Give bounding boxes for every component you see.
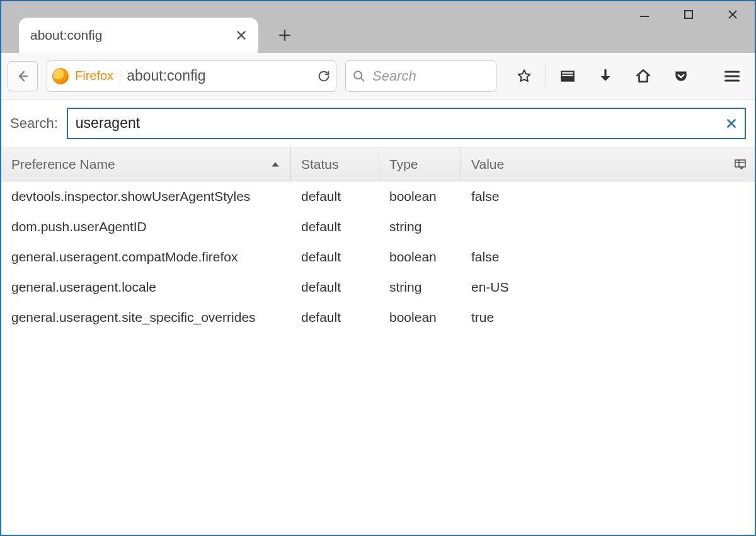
cell-type: boolean [379, 189, 461, 204]
titlebar: about:config [1, 1, 755, 53]
config-search-input[interactable] [76, 115, 726, 132]
window-frame: about:config [0, 0, 756, 536]
sort-asc-icon [270, 161, 280, 168]
maximize-icon [683, 9, 694, 20]
cell-type: boolean [379, 249, 461, 265]
close-window-button[interactable] [711, 1, 755, 28]
plus-icon [278, 28, 292, 42]
cell-status: default [291, 310, 379, 325]
cell-status: default [291, 189, 379, 204]
cell-name: general.useragent.compatMode.firefox [1, 249, 291, 265]
cell-value: false [461, 249, 755, 265]
home-button[interactable] [627, 60, 660, 93]
cell-status: default [291, 280, 379, 295]
sidebar-icon [559, 68, 576, 84]
toolbar-separator [546, 65, 546, 88]
column-picker-icon [734, 158, 747, 171]
cell-type: boolean [379, 310, 461, 325]
tab-strip: about:config [1, 1, 300, 53]
menu-button[interactable] [716, 60, 748, 93]
hamburger-icon [723, 67, 741, 85]
minimize-button[interactable] [622, 1, 667, 28]
column-header-type-label: Type [389, 157, 418, 172]
back-button[interactable] [8, 61, 38, 91]
svg-rect-4 [735, 160, 745, 167]
bookmark-star-button[interactable] [508, 60, 541, 93]
cell-type: string [379, 280, 461, 295]
close-icon [726, 118, 737, 129]
search-bar[interactable]: Search [345, 60, 496, 92]
minimize-icon [639, 9, 650, 20]
download-arrow-icon [597, 68, 614, 84]
tab-close-button[interactable] [236, 30, 247, 41]
config-search-label: Search: [10, 115, 58, 132]
nav-toolbar: Firefox about:config Search [1, 53, 755, 100]
table-row[interactable]: general.useragent.localedefaultstringen-… [1, 272, 755, 302]
cell-name: general.useragent.locale [1, 280, 291, 295]
table-row[interactable]: devtools.inspector.showUserAgentStylesde… [1, 181, 755, 212]
cell-value: false [461, 189, 755, 204]
cell-value: true [461, 310, 755, 325]
cell-value: en-US [461, 280, 755, 295]
svg-rect-3 [561, 77, 574, 81]
arrow-left-icon [15, 69, 30, 84]
tab-title: about:config [30, 28, 102, 43]
identity-label: Firefox [75, 69, 120, 83]
address-bar[interactable]: Firefox about:config [47, 60, 336, 92]
cell-type: string [379, 219, 461, 234]
cell-name: general.useragent.site_specific_override… [1, 310, 291, 325]
column-header-name-label: Preference Name [11, 157, 115, 172]
close-icon [236, 30, 247, 41]
clear-search-button[interactable] [726, 118, 737, 129]
column-header-value[interactable]: Value [461, 147, 726, 181]
pref-table-body: devtools.inspector.showUserAgentStylesde… [1, 181, 755, 535]
cell-name: devtools.inspector.showUserAgentStyles [1, 189, 291, 204]
reload-button[interactable] [317, 69, 331, 83]
maximize-button[interactable] [667, 1, 711, 28]
search-icon [352, 69, 366, 83]
search-placeholder: Search [372, 68, 416, 84]
pocket-button[interactable] [665, 60, 697, 93]
browser-tab[interactable]: about:config [19, 18, 258, 53]
home-icon [635, 68, 651, 84]
pref-table-headers: Preference Name Status Type Value [1, 147, 755, 181]
cell-status: default [291, 249, 379, 265]
new-tab-button[interactable] [270, 20, 300, 50]
toolbar-icons [508, 60, 697, 93]
cell-status: default [291, 219, 379, 234]
column-picker-button[interactable] [726, 158, 755, 171]
url-text: about:config [127, 67, 311, 84]
pocket-icon [673, 68, 689, 84]
firefox-logo-icon [52, 68, 69, 84]
config-search-bar: Search: [1, 100, 755, 147]
column-header-name[interactable]: Preference Name [1, 147, 291, 181]
window-controls [622, 1, 755, 28]
column-header-status-label: Status [301, 157, 339, 172]
svg-rect-0 [685, 11, 692, 18]
downloads-button[interactable] [589, 60, 622, 93]
table-row[interactable]: general.useragent.site_specific_override… [1, 302, 755, 333]
column-header-value-label: Value [471, 157, 504, 172]
table-row[interactable]: general.useragent.compatMode.firefoxdefa… [1, 242, 755, 272]
cell-name: dom.push.userAgentID [1, 219, 291, 234]
column-header-status[interactable]: Status [291, 147, 379, 181]
config-search-field-wrap[interactable] [67, 108, 746, 139]
reload-icon [317, 69, 331, 83]
sidebar-button[interactable] [551, 60, 584, 93]
table-row[interactable]: dom.push.userAgentIDdefaultstring [1, 212, 755, 242]
star-icon [516, 68, 532, 84]
column-header-type[interactable]: Type [379, 147, 461, 181]
close-icon [727, 9, 738, 20]
